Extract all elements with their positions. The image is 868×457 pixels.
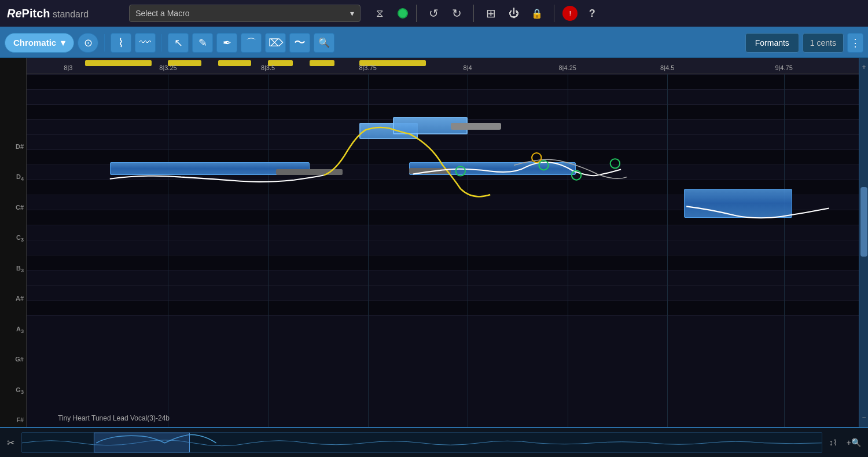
note-block-gray-2[interactable] — [409, 168, 451, 174]
pencil-tool-button[interactable]: ✎ — [192, 33, 213, 53]
zoom-plus-icon[interactable]: + — [860, 61, 867, 73]
minimap-track[interactable] — [21, 432, 822, 453]
logo-re: Re — [7, 7, 22, 20]
scale-selector[interactable]: Chromatic ▾ — [5, 33, 74, 53]
timeline-marker-8375: 8|3.75 — [359, 64, 376, 71]
grid-row-extra2 — [27, 270, 859, 285]
vibrato-tool-button[interactable]: 〜 — [289, 33, 310, 53]
timeline-marker-835: 8|3.5 — [261, 64, 275, 71]
timeline-segment-3 — [218, 60, 252, 66]
timeline-marker-9475: 9|4.75 — [775, 64, 792, 71]
lock-icon — [531, 8, 543, 20]
filter-icon-btn[interactable]: ⧖ — [371, 5, 388, 22]
note-label-g3: G3 — [16, 387, 24, 395]
snap-icon: ⊙ — [84, 36, 93, 49]
track-name-label: Tiny Heart Tuned Lead Vocal(3)-24b — [58, 414, 170, 422]
timeline-marker-8325: 8|3.25 — [159, 64, 176, 71]
select-tool-button[interactable]: ↖ — [168, 33, 189, 53]
header-bar: RePitch standard Select a Macro ▾ ⧖ ! — [0, 0, 868, 28]
separator-1 — [416, 5, 417, 22]
cents-display: 1 cents — [803, 33, 844, 53]
minimap-viewport[interactable] — [94, 433, 190, 452]
status-indicator — [398, 8, 408, 19]
grid-row-d4 — [27, 89, 859, 104]
vline-6 — [667, 74, 668, 427]
zoom-waveform-icon: ↕⌇ — [829, 438, 837, 447]
cents-label: 1 cents — [810, 38, 836, 47]
filter-icon: ⧖ — [376, 8, 384, 20]
search-icon: 🔍 — [318, 37, 330, 48]
options-icon: ⋮ — [850, 36, 860, 49]
redo-icon — [452, 6, 462, 20]
redo-button[interactable] — [448, 5, 465, 22]
zoom-waveform-button[interactable]: ↕⌇ — [827, 435, 840, 450]
timeline-segment-1 — [85, 60, 152, 66]
scrollbar-thumb[interactable] — [860, 187, 867, 257]
note-label-asharp: A# — [16, 295, 24, 302]
snap-to-scale-button[interactable]: ⊙ — [78, 33, 98, 53]
alert-button[interactable]: ! — [562, 6, 578, 21]
note-label-c3: C3 — [16, 235, 24, 243]
note-label-csharp: C# — [16, 204, 24, 211]
pen-tool-button[interactable]: ✒ — [216, 33, 237, 53]
vline-5 — [568, 74, 568, 427]
macro-label: Select a Macro — [135, 9, 189, 18]
search-tool-button[interactable]: 🔍 — [314, 33, 334, 53]
grid-row-e3 — [27, 240, 859, 255]
power-icon — [509, 8, 519, 20]
eraser-tool-button[interactable]: ⌦ — [265, 33, 286, 53]
vline-2 — [268, 74, 269, 427]
grid-icon — [486, 6, 496, 20]
separator-3 — [554, 5, 554, 22]
tool-sep-1 — [104, 34, 105, 52]
note-handle-rod[interactable] — [451, 123, 501, 130]
timeline-marker-83: 8|3 — [64, 64, 72, 71]
vline-7 — [784, 74, 785, 427]
zoom-horizontal-icon: +🔍 — [847, 438, 861, 447]
minimap-bar: ✂ ↕⌇ +🔍 — [0, 427, 868, 457]
power-button[interactable] — [505, 5, 523, 22]
note-block-g3[interactable] — [684, 189, 792, 218]
note-block-gray-1[interactable] — [276, 169, 343, 175]
grid-button[interactable] — [482, 5, 499, 22]
grid-row-extra3 — [27, 285, 859, 300]
wavy-icon: 〰 — [139, 36, 151, 49]
separator-2 — [473, 5, 474, 22]
timeline-marker-845: 8|4.5 — [660, 64, 674, 71]
formants-button[interactable]: Formants — [745, 33, 799, 53]
macro-chevron: ▾ — [350, 9, 354, 18]
grid-row-b3 — [27, 134, 859, 149]
undo-icon — [429, 6, 439, 20]
vline-1 — [168, 74, 168, 427]
zoom-horizontal-button[interactable]: +🔍 — [844, 435, 863, 450]
bezier-tool-button[interactable]: ⌒ — [241, 33, 262, 53]
grid-row-extra4 — [27, 300, 859, 315]
track-name-text: Tiny Heart Tuned Lead Vocal(3)-24b — [58, 414, 170, 422]
lock-button[interactable] — [528, 5, 546, 22]
wavy-tool-button[interactable]: 〰 — [135, 33, 156, 53]
logo-pitch: Pitch — [22, 7, 50, 20]
options-button[interactable]: ⋮ — [847, 33, 863, 53]
select-icon: ↖ — [174, 36, 183, 49]
toolbar-right: Formants 1 cents ⋮ — [745, 33, 863, 53]
pen-icon: ✒ — [223, 36, 231, 49]
eraser-icon: ⌦ — [269, 36, 283, 49]
vibrato-icon: 〜 — [294, 35, 306, 50]
logo-standard: standard — [50, 9, 89, 19]
grid-row-extra1 — [27, 255, 859, 270]
pitch-grid[interactable]: Tiny Heart Tuned Lead Vocal(3)-24b — [27, 74, 859, 427]
macro-selector[interactable]: Select a Macro ▾ — [129, 5, 361, 22]
help-button[interactable] — [583, 5, 601, 22]
timeline-segment-5 — [310, 60, 334, 66]
bezier-icon: ⌒ — [246, 36, 256, 50]
cut-button[interactable]: ✂ — [5, 435, 17, 451]
app-logo: RePitch standard — [7, 7, 89, 20]
grid-row-dsharp — [27, 74, 859, 89]
grid-row-f3 — [27, 225, 859, 240]
right-scrollbar[interactable]: + − — [859, 58, 868, 427]
waveform-tool-button[interactable]: ⌇ — [111, 33, 131, 53]
formants-label: Formants — [755, 38, 789, 47]
zoom-minus-icon[interactable]: − — [860, 412, 867, 423]
grid-container: 8|3 8|3.25 8|3.5 8|3.75 8|4 8|4.25 8|4.5… — [27, 58, 859, 427]
undo-button[interactable] — [425, 5, 442, 22]
